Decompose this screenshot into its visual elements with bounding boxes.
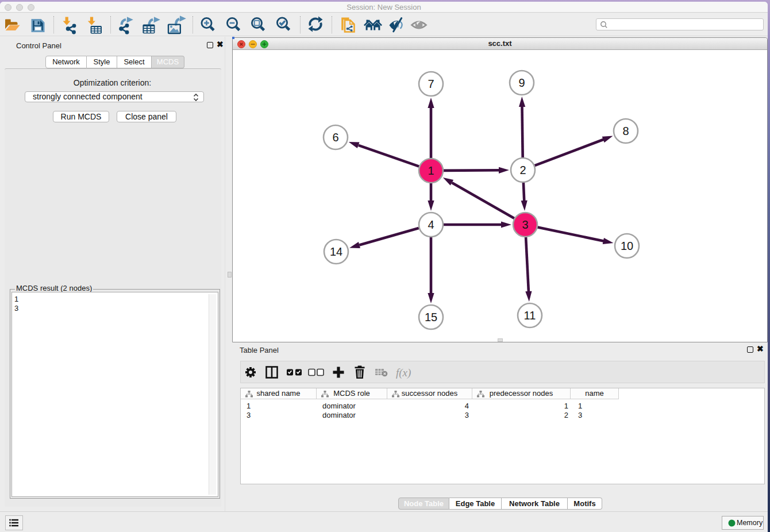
svg-text:15: 15 [425, 311, 437, 323]
svg-text:11: 11 [524, 309, 536, 322]
svg-text:1: 1 [428, 164, 434, 177]
svg-text:4: 4 [428, 218, 434, 231]
svg-text:8: 8 [622, 125, 629, 137]
svg-text:6: 6 [332, 131, 338, 144]
svg-text:f(x): f(x) [396, 367, 411, 379]
svg-text:2: 2 [519, 164, 526, 176]
svg-text:10: 10 [621, 240, 633, 252]
svg-text:7: 7 [428, 78, 434, 90]
svg-text:9: 9 [518, 76, 525, 89]
svg-text:14: 14 [330, 245, 342, 258]
svg-text:3: 3 [522, 218, 528, 231]
